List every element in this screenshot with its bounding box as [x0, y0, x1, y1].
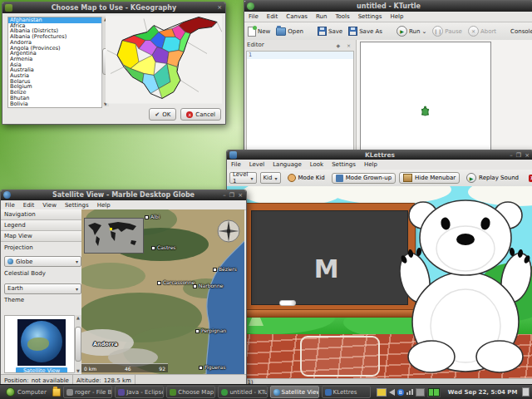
menu-file[interactable]: File [244, 13, 263, 20]
scrollbar-thumb[interactable] [75, 327, 81, 362]
projection-select[interactable]: Globe ▾ [4, 256, 81, 267]
menu-view[interactable]: View [38, 202, 61, 209]
projection-label: Projection [1, 242, 81, 252]
celestial-body-select[interactable]: Earth ▾ [4, 283, 81, 294]
close-button[interactable]: × [525, 150, 530, 160]
window-kgeography: Choose Map to Use - KGeography × Afghani… [2, 2, 226, 125]
compass-icon[interactable] [217, 219, 240, 243]
clipboard-icon[interactable] [522, 387, 530, 397]
level-select[interactable]: Level 1▾ [229, 172, 257, 184]
ok-button[interactable]: ✔ OK [149, 108, 176, 121]
clock[interactable]: Wed Sep 22, 5:04 PM [448, 389, 518, 396]
task-file-browser[interactable]: roger - File Br... [63, 386, 112, 398]
mode-kid-button[interactable]: Mode Kid [284, 173, 328, 183]
workspace-pager[interactable] [427, 387, 441, 397]
task-marble[interactable]: Satellite View ... [270, 386, 319, 398]
volume-icon[interactable] [389, 389, 395, 396]
network-signal-icon[interactable] [406, 389, 413, 395]
menu-level[interactable]: Level [245, 161, 268, 168]
task-eclipse[interactable]: Java - Eclipse ... [115, 386, 164, 398]
printer-icon[interactable] [416, 388, 425, 397]
map-list[interactable]: Afghanistan Africa Albania (Districts) A… [7, 17, 102, 108]
menu-settings[interactable]: Settings [354, 13, 387, 20]
task-kturtle[interactable]: untitled - KTurtle [218, 386, 267, 398]
save-button[interactable]: Save [318, 27, 342, 36]
replay-sound-button[interactable]: ▶ Replay Sound [463, 172, 522, 184]
console-label: Console: [510, 28, 532, 35]
satellite-map-view[interactable]: Albi Castres Béziers Carcassonne Narbonn… [81, 209, 244, 375]
display-icon[interactable] [377, 388, 387, 397]
minimize-button[interactable]: – [223, 190, 226, 200]
quit-x-icon: x [529, 175, 532, 182]
menu-language[interactable]: Language [268, 161, 306, 168]
city-label: Béziers [213, 266, 237, 272]
open-button[interactable]: Open [276, 27, 303, 36]
list-item[interactable]: Bolivia [8, 101, 101, 107]
quicklaunch-folder-icon[interactable] [52, 388, 61, 397]
scroll-down-icon[interactable]: ▼ [76, 368, 80, 373]
close-button[interactable]: × [238, 190, 243, 200]
dock-close-icon[interactable]: × [347, 42, 353, 48]
section-map-view[interactable]: Map View [1, 231, 81, 242]
menu-canvas[interactable]: Canvas [282, 13, 312, 20]
quit-button[interactable]: x Quit [525, 174, 532, 183]
position-value: not available [32, 377, 69, 384]
section-navigation[interactable]: Navigation [1, 209, 81, 220]
bluetooth-icon[interactable]: B [397, 389, 404, 396]
klettres-icon [325, 389, 332, 396]
dock-float-icon[interactable]: ◆ [336, 42, 342, 48]
list-item[interactable]: Armenia [8, 57, 101, 62]
letter-input-zone[interactable] [300, 336, 380, 377]
scroll-up-icon[interactable]: ▲ [76, 315, 80, 320]
teddy-bear [398, 190, 532, 373]
code-editor[interactable]: 1 [246, 51, 354, 153]
menu-file[interactable]: File [1, 202, 19, 209]
menu-edit[interactable]: Edit [263, 13, 283, 20]
hide-menubar-button[interactable]: Hide Menubar [399, 172, 460, 184]
city-label: Albi [145, 214, 160, 219]
selected-theme-label[interactable]: Satellite View [16, 367, 67, 373]
globe-icon [7, 259, 13, 264]
pause-button[interactable]: ❙❙ Pause [432, 26, 462, 37]
mode-grownup-button[interactable]: Mode Grown-up [332, 173, 396, 184]
menu-tools[interactable]: Tools [331, 13, 353, 20]
klettres-titlebar[interactable]: KLettres – ❐ × [227, 150, 532, 160]
menu-run[interactable]: Run [312, 13, 331, 20]
menu-look[interactable]: Look [306, 161, 328, 168]
task-kgeography[interactable]: Choose Map to ... [166, 386, 215, 398]
menu-help[interactable]: Help [360, 161, 382, 168]
kgeography-titlebar[interactable]: Choose Map to Use - KGeography × [2, 2, 225, 13]
run-dropdown-icon[interactable]: ⌄ [421, 28, 426, 35]
menu-edit[interactable]: Edit [19, 202, 39, 209]
abort-button[interactable]: ✕ Abort [468, 26, 496, 37]
cancel-icon: x [186, 111, 193, 118]
new-button[interactable]: New [248, 27, 270, 37]
klettres-scene: M [227, 186, 532, 379]
theme-list[interactable]: Satellite View [4, 315, 79, 373]
marble-titlebar[interactable]: Satellite View - Marble Desktop Globe – … [1, 190, 246, 200]
menu-help[interactable]: Help [93, 202, 115, 209]
save-as-button[interactable]: Save As [348, 27, 382, 36]
menu-help[interactable]: Help [386, 13, 407, 20]
minimize-button[interactable]: – [510, 150, 513, 160]
application-launcher[interactable]: Computer [2, 387, 50, 397]
menu-file[interactable]: File [227, 161, 245, 168]
satellite-theme-thumbnail[interactable] [17, 319, 66, 366]
theme-scrollbar[interactable]: ▲ ▼ [74, 315, 81, 373]
dropdown-icon: ▾ [76, 286, 78, 292]
theme-select[interactable]: Kid▾ [260, 172, 281, 184]
run-button[interactable]: ▶ Run ⌄ [397, 26, 426, 37]
menu-settings[interactable]: Settings [61, 202, 93, 209]
maximize-button[interactable]: ❐ [516, 150, 521, 160]
task-klettres[interactable]: KLettres [322, 386, 371, 398]
maximize-button[interactable]: ❐ [229, 190, 234, 200]
city-label: Castres [151, 244, 176, 250]
menu-settings[interactable]: Settings [328, 161, 360, 168]
celestial-body-label: Celestial Body [1, 268, 81, 278]
city-label: Perpignan [195, 328, 226, 333]
section-legend[interactable]: Legend [1, 220, 81, 231]
close-button[interactable]: × [217, 2, 222, 13]
window-klettres: KLettres – ❐ × File Level Language Look … [226, 150, 532, 387]
cancel-button[interactable]: x Cancel [180, 108, 221, 121]
kturtle-titlebar[interactable]: untitled - KTurtle [244, 1, 532, 12]
